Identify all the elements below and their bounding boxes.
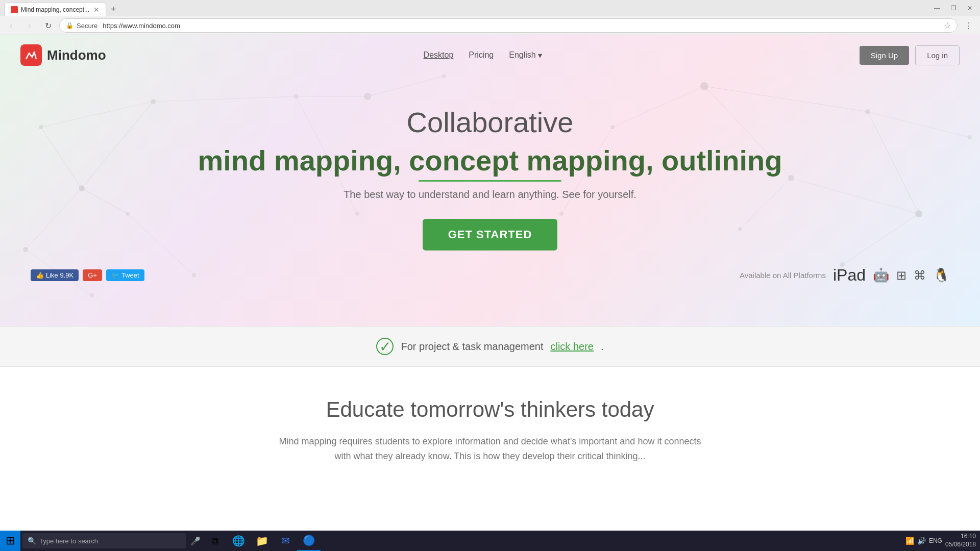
- hero-title-2: mind mapping, concept mapping, outlining: [198, 144, 782, 177]
- windows-icon: ⊞: [896, 268, 906, 283]
- explorer-button[interactable]: 📁: [250, 531, 274, 551]
- info-banner-text: For project & task management: [401, 341, 543, 353]
- taskbar-apps: ⧉ 🌐 📁 ✉ 🔵: [203, 531, 321, 551]
- facebook-like-label: Like 9.9K: [46, 271, 74, 279]
- close-button[interactable]: ✕: [964, 2, 976, 14]
- address-bar: ‹ › ↻ 🔒 Secure https://www.mindomo.com ☆…: [0, 16, 980, 35]
- nav-language-dropdown[interactable]: English ▾: [509, 51, 542, 60]
- taskbar-time: 16:10 05/06/2018: [945, 533, 976, 548]
- network-icon: 📶: [905, 537, 914, 545]
- check-circle-icon: ✓: [376, 338, 394, 355]
- url-bar[interactable]: 🔒 Secure https://www.mindomo.com ☆: [59, 18, 958, 33]
- mail-button[interactable]: ✉: [274, 531, 297, 551]
- click-here-link[interactable]: click here: [550, 341, 593, 353]
- tab-area: Mind mapping, concept... ✕ +: [4, 0, 120, 16]
- toolbar-right: ⋮: [962, 18, 976, 33]
- url-text: https://www.mindomo.com: [103, 22, 180, 30]
- cortana-button[interactable]: 🎤: [188, 533, 203, 548]
- chrome-button[interactable]: 🔵: [297, 531, 321, 551]
- platforms-label: Available on All Platforms: [740, 271, 826, 280]
- facebook-like-button[interactable]: 👍 Like 9.9K: [31, 269, 79, 281]
- website-content: Mindomo Desktop Pricing English ▾ Sign U…: [0, 35, 980, 531]
- nav-actions: Sign Up Log in: [860, 45, 960, 65]
- hero-underline: [419, 180, 561, 182]
- start-button[interactable]: ⊞: [0, 531, 20, 551]
- tweet-label: Tweet: [121, 271, 139, 279]
- apple-icon: ⌘: [914, 268, 926, 283]
- ipad-label: iPad: [833, 266, 866, 285]
- minimize-button[interactable]: —: [931, 2, 943, 14]
- taskbar-right: 📶 🔊 ENG 16:10 05/06/2018: [905, 533, 980, 548]
- android-icon: 🤖: [873, 267, 889, 283]
- restore-button[interactable]: ❐: [947, 2, 960, 14]
- educate-title: Educate tomorrow's thinkers today: [20, 397, 960, 422]
- nav-english-label: English: [509, 51, 535, 60]
- new-tab-button[interactable]: +: [106, 2, 120, 16]
- social-buttons: 👍 Like 9.9K G+ 🐦 Tweet: [31, 269, 144, 281]
- gplus-label: G+: [88, 271, 97, 279]
- linux-icon: 🐧: [933, 267, 949, 283]
- back-button[interactable]: ‹: [4, 18, 18, 33]
- google-plus-button[interactable]: G+: [83, 269, 102, 281]
- taskview-button[interactable]: ⧉: [203, 531, 227, 551]
- edge-button[interactable]: 🌐: [227, 531, 250, 551]
- thumbs-up-icon: 👍: [36, 271, 44, 279]
- window-controls: — ❐ ✕: [931, 2, 976, 14]
- info-banner: ✓ For project & task management click he…: [0, 326, 980, 367]
- hero-section: Mindomo Desktop Pricing English ▾ Sign U…: [0, 35, 980, 326]
- secure-icon: 🔒: [66, 22, 74, 29]
- title-bar: Mind mapping, concept... ✕ + — ❐ ✕: [0, 0, 980, 16]
- hero-bottom: 👍 Like 9.9K G+ 🐦 Tweet Available on All …: [0, 251, 980, 285]
- hero-title-1: Collaborative: [0, 106, 980, 139]
- twitter-icon: 🐦: [111, 271, 119, 279]
- login-button[interactable]: Log in: [915, 45, 960, 65]
- secure-label: Secure: [77, 22, 97, 30]
- refresh-button[interactable]: ↻: [41, 18, 55, 33]
- hero-subtitle: The best way to understand and learn any…: [0, 189, 980, 201]
- platforms-area: Available on All Platforms iPad 🤖 ⊞ ⌘ 🐧: [740, 266, 949, 285]
- tab-favicon: [11, 6, 18, 13]
- browser-chrome: Mind mapping, concept... ✕ + — ❐ ✕ ‹ › ↻…: [0, 0, 980, 35]
- educate-text: Mind mapping requires students to explor…: [271, 434, 709, 464]
- tab-title: Mind mapping, concept...: [21, 6, 89, 13]
- nav-desktop-link[interactable]: Desktop: [424, 51, 454, 60]
- time-display: 16:10: [945, 533, 976, 541]
- volume-icon: 🔊: [917, 537, 926, 545]
- tweet-button[interactable]: 🐦 Tweet: [106, 269, 144, 281]
- taskbar-search-text: Type here to search: [39, 537, 98, 545]
- hero-content: Collaborative mind mapping, concept mapp…: [0, 75, 980, 251]
- extensions-button[interactable]: ⋮: [962, 18, 976, 33]
- chevron-down-icon: ▾: [538, 51, 542, 60]
- browser-tab[interactable]: Mind mapping, concept... ✕: [4, 2, 106, 16]
- info-banner-period: .: [601, 341, 604, 353]
- educate-section: Educate tomorrow's thinkers today Mind m…: [0, 367, 980, 484]
- date-display: 05/06/2018: [945, 541, 976, 549]
- taskbar-search-bar[interactable]: 🔍 Type here to search: [22, 533, 186, 548]
- tab-close-btn[interactable]: ✕: [93, 6, 100, 14]
- nav-links: Desktop Pricing English ▾: [424, 51, 542, 60]
- signup-button[interactable]: Sign Up: [860, 46, 909, 65]
- logo-area: Mindomo: [20, 44, 106, 66]
- taskbar-lang: ENG: [929, 537, 942, 544]
- logo-text: Mindomo: [47, 47, 106, 63]
- logo-icon: [20, 44, 42, 66]
- forward-button[interactable]: ›: [22, 18, 37, 33]
- nav-pricing-link[interactable]: Pricing: [469, 51, 494, 60]
- bookmark-icon[interactable]: ☆: [944, 21, 951, 31]
- navbar: Mindomo Desktop Pricing English ▾ Sign U…: [0, 35, 980, 75]
- taskbar: ⊞ 🔍 Type here to search 🎤 ⧉ 🌐 📁 ✉ 🔵 📶 🔊 …: [0, 531, 980, 551]
- search-icon: 🔍: [28, 537, 36, 545]
- get-started-button[interactable]: GET STARTED: [423, 219, 558, 251]
